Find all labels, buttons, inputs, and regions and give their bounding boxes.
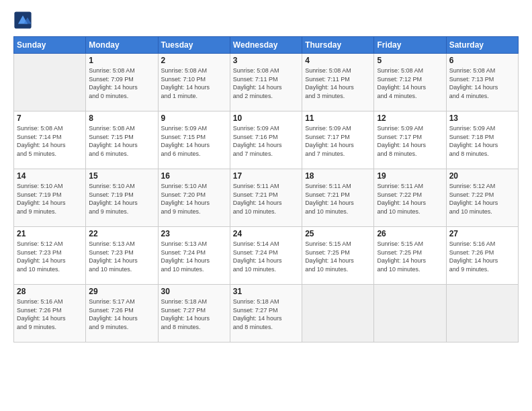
day-number: 29	[89, 287, 154, 296]
calendar-week-row: 7Sunrise: 5:08 AM Sunset: 7:14 PM Daylig…	[14, 111, 519, 169]
day-info: Sunrise: 5:14 AM Sunset: 7:24 PM Dayligh…	[233, 240, 299, 273]
calendar-cell: 4Sunrise: 5:08 AM Sunset: 7:11 PM Daylig…	[302, 54, 374, 111]
day-number: 27	[449, 229, 515, 238]
calendar-header-row: SundayMondayTuesdayWednesdayThursdayFrid…	[14, 37, 519, 54]
calendar-week-row: 1Sunrise: 5:08 AM Sunset: 7:09 PM Daylig…	[14, 54, 519, 111]
day-number: 16	[161, 171, 227, 181]
day-info: Sunrise: 5:09 AM Sunset: 7:15 PM Dayligh…	[161, 124, 227, 158]
day-info: Sunrise: 5:17 AM Sunset: 7:26 PM Dayligh…	[89, 298, 154, 331]
day-info: Sunrise: 5:08 AM Sunset: 7:09 PM Dayligh…	[89, 66, 154, 100]
day-number: 24	[233, 229, 299, 238]
day-number: 7	[17, 113, 83, 123]
day-info: Sunrise: 5:11 AM Sunset: 7:21 PM Dayligh…	[305, 182, 371, 216]
calendar-cell: 10Sunrise: 5:09 AM Sunset: 7:16 PM Dayli…	[230, 111, 302, 169]
day-number: 22	[89, 229, 154, 238]
weekday-header-wednesday: Wednesday	[230, 37, 302, 54]
calendar-cell: 31Sunrise: 5:18 AM Sunset: 7:27 PM Dayli…	[230, 285, 302, 342]
calendar-week-row: 14Sunrise: 5:10 AM Sunset: 7:19 PM Dayli…	[14, 169, 519, 227]
calendar-cell: 29Sunrise: 5:17 AM Sunset: 7:26 PM Dayli…	[86, 285, 158, 342]
day-number: 18	[305, 171, 371, 181]
calendar-cell	[14, 54, 86, 111]
calendar-cell: 17Sunrise: 5:11 AM Sunset: 7:21 PM Dayli…	[230, 169, 302, 227]
calendar-cell: 19Sunrise: 5:11 AM Sunset: 7:22 PM Dayli…	[374, 169, 446, 227]
calendar-cell: 25Sunrise: 5:15 AM Sunset: 7:25 PM Dayli…	[302, 227, 374, 285]
day-info: Sunrise: 5:08 AM Sunset: 7:15 PM Dayligh…	[89, 124, 154, 158]
day-number: 15	[89, 171, 154, 181]
day-info: Sunrise: 5:08 AM Sunset: 7:11 PM Dayligh…	[233, 66, 299, 100]
weekday-header-sunday: Sunday	[14, 37, 86, 54]
day-info: Sunrise: 5:10 AM Sunset: 7:19 PM Dayligh…	[17, 182, 83, 216]
calendar-cell	[446, 285, 518, 342]
day-number: 1	[89, 56, 154, 65]
calendar-week-row: 28Sunrise: 5:16 AM Sunset: 7:26 PM Dayli…	[14, 285, 519, 342]
calendar-cell: 11Sunrise: 5:09 AM Sunset: 7:17 PM Dayli…	[302, 111, 374, 169]
calendar-cell	[374, 285, 446, 342]
calendar-cell: 2Sunrise: 5:08 AM Sunset: 7:10 PM Daylig…	[158, 54, 230, 111]
day-info: Sunrise: 5:08 AM Sunset: 7:12 PM Dayligh…	[377, 66, 443, 100]
calendar-cell: 24Sunrise: 5:14 AM Sunset: 7:24 PM Dayli…	[230, 227, 302, 285]
day-number: 2	[161, 56, 227, 65]
day-number: 4	[305, 56, 371, 65]
calendar-cell: 3Sunrise: 5:08 AM Sunset: 7:11 PM Daylig…	[230, 54, 302, 111]
day-info: Sunrise: 5:09 AM Sunset: 7:17 PM Dayligh…	[377, 124, 443, 158]
day-info: Sunrise: 5:13 AM Sunset: 7:24 PM Dayligh…	[161, 240, 227, 273]
day-number: 14	[17, 171, 83, 181]
calendar-cell: 21Sunrise: 5:12 AM Sunset: 7:23 PM Dayli…	[14, 227, 86, 285]
day-info: Sunrise: 5:10 AM Sunset: 7:20 PM Dayligh…	[161, 182, 227, 216]
day-info: Sunrise: 5:13 AM Sunset: 7:23 PM Dayligh…	[89, 240, 154, 273]
day-info: Sunrise: 5:15 AM Sunset: 7:25 PM Dayligh…	[377, 240, 443, 273]
day-info: Sunrise: 5:16 AM Sunset: 7:26 PM Dayligh…	[17, 298, 83, 331]
day-number: 26	[377, 229, 443, 238]
day-number: 9	[161, 113, 227, 123]
calendar-cell: 5Sunrise: 5:08 AM Sunset: 7:12 PM Daylig…	[374, 54, 446, 111]
day-number: 25	[305, 229, 371, 238]
day-number: 19	[377, 171, 443, 181]
page-header	[13, 11, 519, 30]
day-info: Sunrise: 5:10 AM Sunset: 7:19 PM Dayligh…	[89, 182, 154, 216]
calendar-cell: 8Sunrise: 5:08 AM Sunset: 7:15 PM Daylig…	[86, 111, 158, 169]
day-number: 3	[233, 56, 299, 65]
calendar-cell: 12Sunrise: 5:09 AM Sunset: 7:17 PM Dayli…	[374, 111, 446, 169]
calendar-cell: 27Sunrise: 5:16 AM Sunset: 7:26 PM Dayli…	[446, 227, 518, 285]
weekday-header-friday: Friday	[374, 37, 446, 54]
calendar-cell: 6Sunrise: 5:08 AM Sunset: 7:13 PM Daylig…	[446, 54, 518, 111]
calendar-cell: 23Sunrise: 5:13 AM Sunset: 7:24 PM Dayli…	[158, 227, 230, 285]
day-number: 8	[89, 113, 154, 123]
day-number: 21	[17, 229, 83, 238]
day-number: 31	[233, 287, 299, 296]
day-number: 11	[305, 113, 371, 123]
day-number: 6	[449, 56, 515, 65]
calendar-table: SundayMondayTuesdayWednesdayThursdayFrid…	[13, 36, 519, 342]
day-number: 5	[377, 56, 443, 65]
day-info: Sunrise: 5:09 AM Sunset: 7:16 PM Dayligh…	[233, 124, 299, 158]
day-info: Sunrise: 5:18 AM Sunset: 7:27 PM Dayligh…	[233, 298, 299, 331]
day-info: Sunrise: 5:08 AM Sunset: 7:11 PM Dayligh…	[305, 66, 371, 100]
day-number: 28	[17, 287, 83, 296]
day-info: Sunrise: 5:09 AM Sunset: 7:17 PM Dayligh…	[305, 124, 371, 158]
day-info: Sunrise: 5:08 AM Sunset: 7:10 PM Dayligh…	[161, 66, 227, 100]
weekday-header-monday: Monday	[86, 37, 158, 54]
day-number: 23	[161, 229, 227, 238]
day-number: 20	[449, 171, 515, 181]
calendar-cell	[302, 285, 374, 342]
calendar-week-row: 21Sunrise: 5:12 AM Sunset: 7:23 PM Dayli…	[14, 227, 519, 285]
day-info: Sunrise: 5:08 AM Sunset: 7:13 PM Dayligh…	[449, 66, 515, 100]
calendar-cell: 14Sunrise: 5:10 AM Sunset: 7:19 PM Dayli…	[14, 169, 86, 227]
day-number: 12	[377, 113, 443, 123]
day-info: Sunrise: 5:12 AM Sunset: 7:23 PM Dayligh…	[17, 240, 83, 273]
day-info: Sunrise: 5:15 AM Sunset: 7:25 PM Dayligh…	[305, 240, 371, 273]
calendar-cell: 16Sunrise: 5:10 AM Sunset: 7:20 PM Dayli…	[158, 169, 230, 227]
weekday-header-saturday: Saturday	[446, 37, 518, 54]
day-number: 30	[161, 287, 227, 296]
day-number: 10	[233, 113, 299, 123]
weekday-header-thursday: Thursday	[302, 37, 374, 54]
day-info: Sunrise: 5:16 AM Sunset: 7:26 PM Dayligh…	[449, 240, 515, 273]
day-info: Sunrise: 5:11 AM Sunset: 7:21 PM Dayligh…	[233, 182, 299, 216]
calendar-cell: 18Sunrise: 5:11 AM Sunset: 7:21 PM Dayli…	[302, 169, 374, 227]
weekday-header-tuesday: Tuesday	[158, 37, 230, 54]
day-info: Sunrise: 5:09 AM Sunset: 7:18 PM Dayligh…	[449, 124, 515, 158]
logo	[13, 11, 35, 30]
calendar-cell: 1Sunrise: 5:08 AM Sunset: 7:09 PM Daylig…	[86, 54, 158, 111]
calendar-cell: 7Sunrise: 5:08 AM Sunset: 7:14 PM Daylig…	[14, 111, 86, 169]
calendar-cell: 9Sunrise: 5:09 AM Sunset: 7:15 PM Daylig…	[158, 111, 230, 169]
